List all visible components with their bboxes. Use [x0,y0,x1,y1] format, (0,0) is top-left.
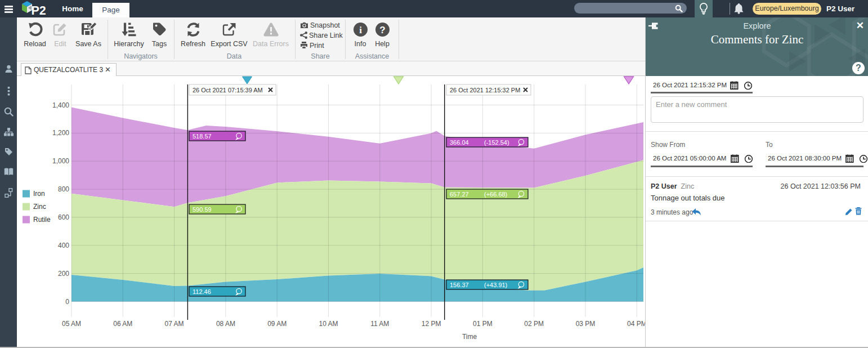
svg-text:26 Oct 2021 07:15:39 AM: 26 Oct 2021 07:15:39 AM [193,87,263,93]
svg-text:03 PM: 03 PM [576,320,596,328]
svg-text:0: 0 [65,298,69,306]
svg-text:04 PM: 04 PM [627,320,645,328]
svg-text:1,200: 1,200 [52,129,69,137]
svg-text:?: ? [379,25,385,35]
svg-text:(+66.68): (+66.68) [484,191,507,198]
svg-text:590.59: 590.59 [193,206,212,213]
svg-text:P2: P2 [32,4,46,17]
svg-text:26 Oct 2021 12:15:32 PM: 26 Oct 2021 12:15:32 PM [450,87,520,93]
svg-text:600: 600 [58,213,69,221]
svg-text:Iron: Iron [33,190,45,198]
svg-text:366.04: 366.04 [450,139,469,146]
svg-text:06 AM: 06 AM [113,320,132,328]
svg-text:(+43.91): (+43.91) [484,282,507,288]
svg-text:400: 400 [58,242,69,249]
svg-text:112.46: 112.46 [193,288,211,295]
svg-text:657.27: 657.27 [450,191,469,198]
svg-text:01 PM: 01 PM [473,320,493,328]
svg-text:02 PM: 02 PM [524,320,544,328]
svg-text:200: 200 [58,270,69,278]
svg-text:i: i [359,25,362,35]
svg-text:1,400: 1,400 [52,101,69,109]
svg-text:10 AM: 10 AM [319,320,338,328]
svg-text:11 AM: 11 AM [370,320,389,328]
svg-text:08 AM: 08 AM [216,320,235,328]
svg-text:518.57: 518.57 [193,133,212,140]
svg-text:156.37: 156.37 [450,282,469,288]
svg-text:05 AM: 05 AM [62,320,81,328]
svg-text:07 AM: 07 AM [165,320,184,328]
svg-text:1,000: 1,000 [52,157,69,165]
svg-text:(-152.54): (-152.54) [484,139,509,146]
svg-text:09 AM: 09 AM [267,320,287,328]
svg-text:800: 800 [58,185,69,193]
svg-text:Zinc: Zinc [33,203,46,211]
svg-text:12 PM: 12 PM [422,320,441,328]
svg-text:Time: Time [462,333,477,341]
svg-text:Rutile: Rutile [33,216,51,224]
